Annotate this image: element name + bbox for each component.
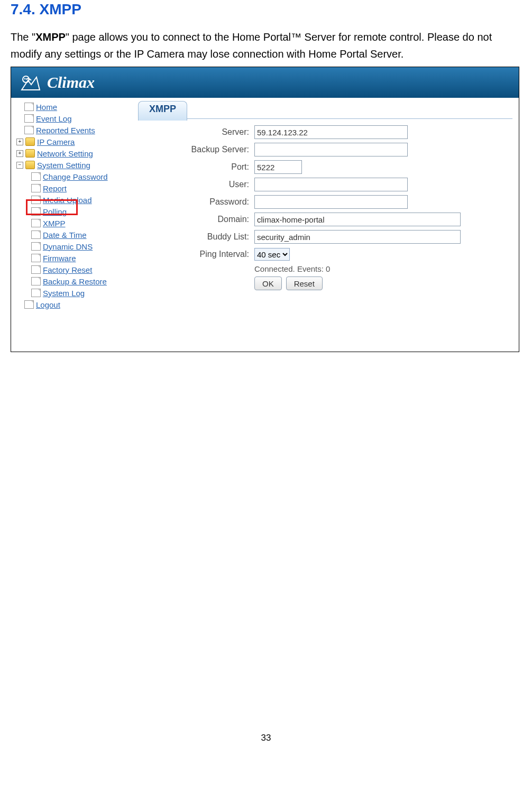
label-domain: Domain:	[138, 215, 254, 224]
reset-button[interactable]: Reset	[286, 276, 323, 290]
body-paragraph: The "XMPP" page allows you to connect to…	[11, 29, 521, 62]
svg-point-1	[24, 78, 26, 80]
tab-xmpp[interactable]: XMPP	[138, 101, 187, 121]
connection-status: Connected. Events: 0	[138, 264, 513, 273]
svg-point-0	[23, 76, 29, 82]
label-port: Port:	[138, 162, 254, 172]
sidebar-item-eventlog[interactable]: Event Log	[36, 114, 72, 123]
section-title-text: XMPP	[39, 1, 81, 17]
tab-strip: XMPP	[138, 99, 513, 119]
section-heading: 7.4. XMPP	[11, 1, 521, 18]
label-user: User:	[138, 180, 254, 189]
sidebar-item-reported[interactable]: Reported Events	[36, 126, 95, 135]
expand-icon[interactable]: +	[16, 139, 23, 145]
input-server[interactable]	[254, 125, 408, 139]
sidebar-item-report[interactable]: Report	[43, 184, 67, 193]
input-domain[interactable]	[254, 213, 461, 226]
label-buddy: Buddy List:	[138, 232, 254, 242]
page-icon	[31, 289, 41, 297]
page-icon	[24, 300, 34, 309]
page-icon	[31, 219, 41, 227]
label-server: Server:	[138, 127, 254, 137]
logo-icon	[19, 71, 42, 94]
sidebar-item-system[interactable]: System Setting	[37, 161, 90, 170]
sidebar-item-xmpp[interactable]: XMPP	[43, 219, 66, 228]
sidebar-item-datetime[interactable]: Date & Time	[43, 231, 87, 239]
highlight-annotation	[26, 199, 78, 215]
input-password[interactable]	[254, 195, 408, 209]
page-icon	[24, 126, 34, 134]
sidebar-item-syslog[interactable]: System Log	[43, 289, 85, 298]
body-prefix: The "	[11, 31, 35, 43]
label-ping: Ping Interval:	[138, 250, 254, 259]
page-icon	[31, 172, 41, 181]
label-password: Password:	[138, 197, 254, 207]
section-number: 7.4.	[11, 1, 35, 17]
app-topbar: Climax	[11, 67, 519, 98]
page-icon	[24, 114, 34, 123]
select-ping-interval[interactable]: 40 sec	[254, 248, 290, 261]
page-icon	[31, 254, 41, 262]
xmpp-form: Server: Backup Server: Port: User:	[138, 119, 513, 290]
logo-text: Climax	[47, 73, 95, 91]
page-number: 33	[11, 733, 521, 751]
page-icon	[24, 103, 34, 111]
collapse-icon[interactable]: −	[16, 162, 23, 169]
brand-logo: Climax	[19, 71, 95, 94]
input-port[interactable]	[254, 160, 302, 174]
input-buddy[interactable]	[254, 230, 461, 244]
sidebar-item-logout[interactable]: Logout	[36, 300, 60, 309]
page-icon	[31, 231, 41, 239]
folder-icon	[25, 137, 35, 146]
folder-icon	[25, 149, 35, 158]
sidebar-item-home[interactable]: Home	[36, 103, 57, 112]
ok-button[interactable]: OK	[254, 276, 282, 290]
sidebar-item-factoryreset[interactable]: Factory Reset	[43, 265, 92, 274]
folder-icon	[25, 161, 35, 169]
input-backup-server[interactable]	[254, 143, 408, 156]
page-icon	[31, 277, 41, 285]
sidebar-item-network[interactable]: Network Setting	[37, 149, 93, 158]
sidebar-item-backup[interactable]: Backup & Restore	[43, 277, 107, 286]
sidebar-tree: Home Event Log Reported Events +IP Camer…	[11, 98, 138, 352]
sidebar-item-ipcamera[interactable]: IP Camera	[37, 137, 75, 146]
sidebar-item-changepw[interactable]: Change Password	[43, 172, 108, 181]
expand-icon[interactable]: +	[16, 150, 23, 157]
screenshot-frame: Climax Home Event Log Reported Events +I…	[11, 67, 519, 352]
sidebar-item-ddns[interactable]: Dynamic DNS	[43, 242, 93, 251]
body-suffix: " page allows you to connect to the Home…	[11, 31, 492, 60]
page-icon	[31, 265, 41, 274]
sidebar-item-firmware[interactable]: Firmware	[43, 254, 76, 263]
page-icon	[31, 242, 41, 251]
body-bold: XMPP	[35, 31, 66, 43]
label-backup-server: Backup Server:	[138, 145, 254, 154]
page-icon	[31, 184, 41, 192]
input-user[interactable]	[254, 178, 408, 191]
